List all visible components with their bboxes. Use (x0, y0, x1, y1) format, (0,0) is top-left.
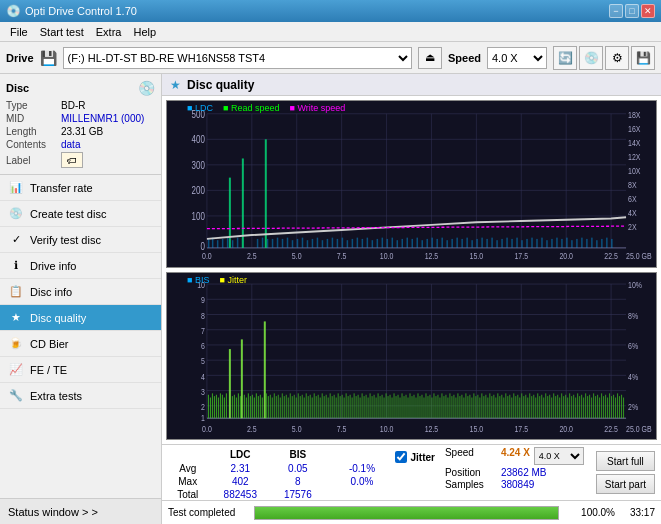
svg-rect-188 (238, 393, 239, 418)
svg-rect-332 (525, 395, 526, 419)
svg-rect-55 (267, 239, 268, 248)
settings-icon[interactable]: ⚙ (605, 46, 629, 70)
svg-rect-186 (234, 395, 235, 419)
svg-rect-315 (491, 396, 492, 418)
svg-text:25.0 GB: 25.0 GB (626, 423, 652, 434)
svg-rect-291 (443, 396, 444, 418)
speed-dropdown[interactable]: 4.0 X (534, 447, 584, 465)
maximize-button[interactable]: □ (625, 4, 639, 18)
svg-rect-280 (421, 395, 422, 419)
position-key: Position (445, 467, 501, 478)
svg-rect-221 (304, 398, 305, 419)
svg-rect-201 (262, 398, 263, 419)
disc-panel-title: Disc (6, 82, 29, 94)
svg-rect-254 (370, 393, 371, 418)
svg-rect-194 (250, 396, 251, 418)
jitter-checkbox[interactable] (395, 451, 407, 463)
sidebar-item-transfer-rate[interactable]: 📊 Transfer rate (0, 175, 161, 201)
sidebar-item-cd-bier[interactable]: 🍺 CD Bier (0, 331, 161, 357)
sidebar-item-cd-bier-label: CD Bier (30, 338, 69, 350)
svg-text:5.0: 5.0 (292, 252, 302, 262)
svg-rect-330 (521, 393, 522, 418)
svg-text:5.0: 5.0 (292, 423, 302, 434)
sidebar-item-disc-info[interactable]: 📋 Disc info (0, 279, 161, 305)
app-icon: 💿 (6, 4, 21, 18)
menu-help[interactable]: Help (127, 24, 162, 40)
start-part-button[interactable]: Start part (596, 474, 655, 494)
svg-rect-191 (244, 395, 245, 419)
sidebar-item-drive-info[interactable]: ℹ Drive info (0, 253, 161, 279)
start-full-button[interactable]: Start full (596, 451, 655, 471)
svg-rect-278 (417, 393, 418, 418)
save-icon[interactable]: 💾 (631, 46, 655, 70)
sidebar-item-create-test-disc[interactable]: 💿 Create test disc (0, 201, 161, 227)
svg-rect-376 (613, 395, 614, 419)
svg-rect-370 (601, 393, 602, 418)
svg-rect-115 (561, 239, 562, 248)
svg-rect-72 (347, 240, 348, 248)
position-value: 23862 MB (501, 467, 547, 478)
eject-button[interactable]: ⏏ (418, 47, 442, 69)
svg-rect-356 (573, 395, 574, 419)
speed-select[interactable]: 4.0 X (487, 47, 547, 69)
sidebar-item-drive-info-label: Drive info (30, 260, 76, 272)
disc-label-icon[interactable]: 🏷 (61, 152, 83, 168)
svg-rect-380 (621, 395, 622, 419)
sidebar-item-verify-test-disc[interactable]: ✓ Verify test disc (0, 227, 161, 253)
ldc-header: LDC (209, 447, 271, 462)
drivebar: Drive 💾 (F:) HL-DT-ST BD-RE WH16NS58 TST… (0, 42, 661, 74)
status-window-button[interactable]: Status window > > (0, 498, 161, 524)
svg-rect-264 (390, 395, 391, 419)
close-button[interactable]: ✕ (641, 4, 655, 18)
drive-select[interactable]: (F:) HL-DT-ST BD-RE WH16NS58 TST4 (63, 47, 412, 69)
svg-rect-205 (272, 398, 273, 419)
content-header-title: Disc quality (187, 78, 254, 92)
svg-rect-105 (511, 239, 512, 248)
svg-rect-62 (297, 239, 298, 248)
svg-text:22.5: 22.5 (604, 252, 618, 262)
svg-rect-335 (531, 396, 532, 418)
svg-rect-233 (328, 398, 329, 419)
svg-rect-249 (360, 398, 361, 419)
svg-rect-178 (216, 395, 217, 419)
svg-rect-181 (229, 349, 231, 418)
svg-rect-251 (364, 396, 365, 418)
svg-rect-209 (280, 398, 281, 419)
svg-rect-49 (237, 238, 238, 248)
svg-rect-86 (416, 238, 417, 248)
progress-percent: 100.0% (565, 507, 615, 518)
svg-rect-247 (356, 396, 357, 418)
svg-rect-313 (487, 398, 488, 419)
svg-rect-277 (415, 398, 416, 419)
minimize-button[interactable]: − (609, 4, 623, 18)
sidebar-item-disc-quality[interactable]: ★ Disc quality (0, 305, 161, 331)
chart2-legend-jitter: ■ Jitter (219, 275, 246, 285)
refresh-icon[interactable]: 🔄 (553, 46, 577, 70)
svg-text:10.0: 10.0 (380, 252, 394, 262)
chart1-container: ■ LDC ■ Read speed ■ Write speed (166, 100, 657, 268)
svg-rect-297 (455, 398, 456, 419)
svg-rect-46 (222, 239, 223, 248)
menu-file[interactable]: File (4, 24, 34, 40)
svg-text:22.5: 22.5 (604, 423, 618, 434)
svg-rect-230 (322, 393, 323, 418)
svg-rect-299 (459, 396, 460, 418)
titlebar-title: Opti Drive Control 1.70 (25, 5, 137, 17)
menu-extra[interactable]: Extra (90, 24, 128, 40)
svg-text:6: 6 (201, 340, 205, 351)
svg-rect-298 (457, 393, 458, 418)
svg-rect-174 (208, 395, 209, 419)
svg-rect-202 (266, 393, 267, 418)
sidebar-item-fe-te[interactable]: 📈 FE / TE (0, 357, 161, 383)
chart2-legend: ■ BIS ■ Jitter (187, 275, 247, 285)
sidebar-item-disc-info-label: Disc info (30, 286, 72, 298)
transfer-rate-icon: 📊 (8, 180, 24, 196)
svg-rect-58 (277, 238, 278, 248)
svg-rect-250 (362, 393, 363, 418)
verify-test-disc-icon: ✓ (8, 232, 24, 248)
sidebar-item-extra-tests[interactable]: 🔧 Extra tests (0, 383, 161, 409)
svg-rect-53 (257, 239, 258, 248)
menu-starttest[interactable]: Start test (34, 24, 90, 40)
svg-rect-101 (491, 238, 492, 248)
disc-icon[interactable]: 💿 (579, 46, 603, 70)
